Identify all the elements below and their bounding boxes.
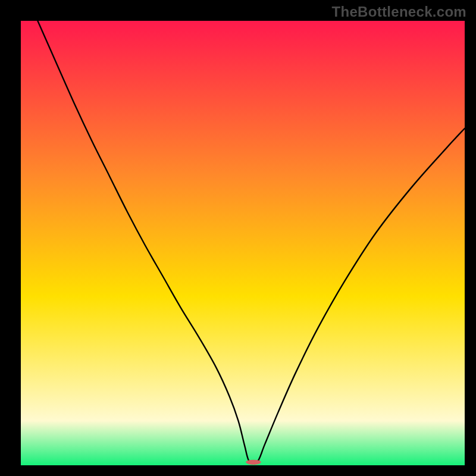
chart-stage: TheBottleneck.com	[0, 0, 476, 476]
gradient-background	[21, 21, 465, 465]
watermark-text: TheBottleneck.com	[332, 4, 466, 20]
bottleneck-chart	[0, 0, 476, 476]
minimum-marker	[246, 460, 261, 465]
